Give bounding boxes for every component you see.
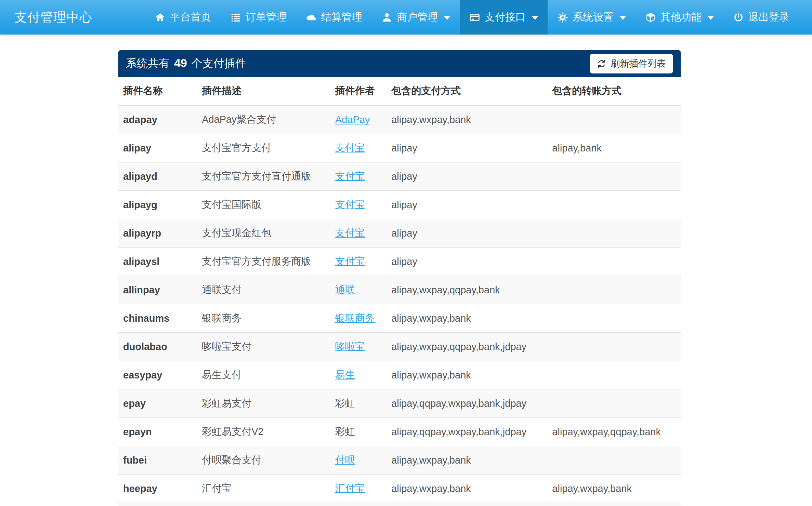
plugin-transfer-methods: alipay,wxpay — [547, 503, 681, 506]
plugin-pay-methods: alipay — [387, 248, 547, 276]
plugin-description: 支付宝官方支付直付通版 — [197, 162, 330, 191]
plugin-count: 49 — [173, 56, 188, 69]
app-title[interactable]: 支付管理中心 — [0, 0, 107, 35]
plugin-author-cell: 支付宝 — [330, 248, 387, 276]
main-nav: 平台首页订单管理结算管理商户管理支付接口系统设置其他功能退出登录 — [145, 0, 812, 35]
plugin-author-link[interactable]: 汇付宝 — [335, 483, 365, 494]
table-row: allinpay通联支付通联alipay,wxpay,qqpay,bank — [118, 276, 681, 304]
plugin-author-link[interactable]: 哆啦宝 — [335, 341, 365, 352]
plugin-author: 彩虹 — [335, 398, 355, 409]
table-row: heepay汇付宝汇付宝alipay,wxpay,bankalipay,wxpa… — [118, 475, 681, 503]
plugin-transfer-methods — [547, 219, 681, 248]
plugin-description: 汇联支付 — [197, 503, 330, 506]
column-header: 包含的转账方式 — [547, 77, 681, 105]
nav-item-label: 系统设置 — [573, 10, 614, 24]
table-row: alipayrp支付宝现金红包支付宝alipay — [118, 219, 681, 248]
table-row: alipayd支付宝官方支付直付通版支付宝alipay — [118, 162, 681, 191]
table-row: hlpay汇联支付汇联alipay,wxpay,bankalipay,wxpay — [118, 503, 681, 506]
table-row: chinaums银联商务银联商务alipay,wxpay,bank — [118, 304, 681, 333]
plugin-name: chinaums — [118, 304, 197, 333]
plugin-description: 彩虹易支付 — [197, 389, 330, 418]
plugin-author-link[interactable]: 支付宝 — [335, 171, 365, 182]
plugin-pay-methods: alipay,wxpay,qqpay,bank,jdpay — [387, 333, 547, 361]
plugin-pay-methods: alipay,wxpay,bank — [387, 475, 547, 503]
plugin-pay-methods: alipay — [387, 219, 547, 248]
plugin-pay-methods: alipay,wxpay,bank — [387, 304, 547, 333]
plugin-name: heepay — [118, 475, 197, 503]
panel-title-suffix: 个支付插件 — [192, 57, 246, 69]
plugin-author-link[interactable]: 支付宝 — [335, 199, 365, 210]
plugin-author-cell: 彩虹 — [330, 418, 387, 446]
nav-item-misc[interactable]: 其他功能 — [636, 0, 723, 35]
plugin-description: 彩虹易支付V2 — [197, 418, 330, 446]
panel-heading: 系统共有 49 个支付插件 刷新插件列表 — [118, 50, 681, 77]
nav-item-pay-api[interactable]: 支付接口 — [460, 0, 548, 35]
plugin-name: alipayg — [118, 191, 197, 219]
nav-item-settlement[interactable]: 结算管理 — [296, 0, 372, 35]
table-row: duolabao哆啦宝支付哆啦宝alipay,wxpay,qqpay,bank,… — [118, 333, 681, 361]
list-icon — [230, 12, 241, 23]
plugin-description: 哆啦宝支付 — [197, 333, 330, 361]
plugin-transfer-methods — [547, 191, 681, 219]
table-row: fubei付呗聚合支付付呗alipay,wxpay,bank — [118, 446, 681, 475]
nav-item-logout[interactable]: 退出登录 — [723, 0, 799, 35]
plugin-name: easypay — [118, 361, 197, 389]
cube-icon — [645, 12, 656, 23]
chevron-down-icon — [620, 16, 626, 20]
plugin-transfer-methods — [547, 389, 681, 418]
chevron-down-icon — [708, 16, 714, 20]
plugin-description: 易生支付 — [197, 361, 330, 389]
plugin-pay-methods: alipay,wxpay,bank — [387, 503, 547, 506]
plugin-author-link[interactable]: 支付宝 — [335, 142, 365, 153]
plugin-transfer-methods — [547, 105, 681, 134]
chevron-down-icon — [444, 16, 450, 20]
plugin-transfer-methods: alipay,wxpay,bank — [547, 475, 681, 503]
plugin-author-link[interactable]: AdaPay — [335, 114, 370, 125]
plugin-author-cell: 哆啦宝 — [330, 333, 387, 361]
payment-plugins-panel: 系统共有 49 个支付插件 刷新插件列表 插件名称插件描述插件作者包含的支付方式… — [118, 50, 681, 506]
nav-item-label: 平台首页 — [170, 10, 211, 24]
plugin-author-link[interactable]: 付呗 — [335, 454, 355, 465]
plugin-author-cell: 彩虹 — [330, 389, 387, 418]
nav-item-home[interactable]: 平台首页 — [145, 0, 221, 35]
plugin-name: duolabao — [118, 333, 197, 361]
nav-item-orders[interactable]: 订单管理 — [221, 0, 296, 35]
plugin-pay-methods: alipay — [387, 162, 547, 191]
plugin-author-link[interactable]: 支付宝 — [335, 256, 365, 267]
plugin-name: alipaysl — [118, 248, 197, 276]
nav-item-settings[interactable]: 系统设置 — [548, 0, 636, 35]
plugin-transfer-methods — [547, 248, 681, 276]
refresh-button-label: 刷新插件列表 — [611, 57, 666, 70]
plugin-author-cell: 支付宝 — [330, 162, 387, 191]
plugin-name: alipayd — [118, 162, 197, 191]
plugin-pay-methods: alipay,qqpay,wxpay,bank,jdpay — [387, 418, 547, 446]
refresh-plugin-list-button[interactable]: 刷新插件列表 — [590, 54, 673, 74]
table-row: alipayg支付宝国际版支付宝alipay — [118, 191, 681, 219]
plugin-author-cell: 通联 — [330, 276, 387, 304]
plugin-author-link[interactable]: 易生 — [335, 369, 355, 380]
plugin-author-cell: 汇联 — [330, 503, 387, 506]
nav-item-merchants[interactable]: 商户管理 — [372, 0, 460, 35]
panel-title: 系统共有 49 个支付插件 — [126, 56, 246, 71]
gear-icon — [557, 12, 568, 23]
plugin-name: alipay — [118, 134, 197, 162]
plugin-author-link[interactable]: 支付宝 — [335, 227, 365, 238]
credit-card-icon — [469, 12, 480, 23]
plugin-pay-methods: alipay — [387, 191, 547, 219]
home-icon — [155, 12, 166, 23]
plugin-transfer-methods: alipay,bank — [547, 134, 681, 162]
table-body: adapayAdaPay聚合支付AdaPayalipay,wxpay,banka… — [118, 105, 681, 506]
power-icon — [733, 12, 744, 23]
plugin-author-cell: 易生 — [330, 361, 387, 389]
column-header: 插件描述 — [197, 77, 330, 105]
table-header-row: 插件名称插件描述插件作者包含的支付方式包含的转账方式 — [118, 77, 681, 105]
plugin-author-cell: 支付宝 — [330, 134, 387, 162]
plugin-description: 银联商务 — [197, 304, 330, 333]
nav-item-label: 退出登录 — [748, 10, 789, 24]
plugin-author-link[interactable]: 通联 — [335, 284, 355, 295]
plugin-author-link[interactable]: 银联商务 — [335, 312, 375, 323]
nav-item-label: 其他功能 — [660, 10, 702, 24]
plugin-transfer-methods — [547, 446, 681, 475]
table-row: epayn彩虹易支付V2彩虹alipay,qqpay,wxpay,bank,jd… — [118, 418, 681, 446]
plugin-pay-methods: alipay,wxpay,bank — [387, 446, 547, 475]
